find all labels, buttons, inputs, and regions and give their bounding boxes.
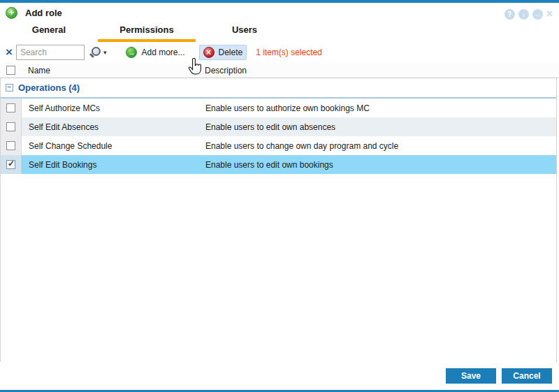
column-header-description[interactable]: Description — [205, 66, 559, 75]
delete-label: Delete — [219, 48, 243, 57]
table-row[interactable]: Self Authorize MCs Enable users to autho… — [1, 99, 556, 117]
add-more-label: Add more... — [141, 48, 184, 57]
tab-general[interactable]: General — [0, 22, 98, 42]
group-label: Operations (4) — [18, 82, 80, 93]
help-icon[interactable]: ? — [504, 9, 515, 20]
add-role-icon: + — [6, 7, 17, 19]
permission-description: Enable users to edit own bookings — [205, 160, 556, 170]
permission-description: Enable users to change own day program a… — [205, 141, 556, 151]
permission-name: Self Change Schedule — [22, 141, 205, 151]
permission-name: Self Edit Bookings — [22, 160, 205, 170]
permissions-table: − Operations (4) Self Authorize MCs Enab… — [0, 78, 557, 362]
group-collapse-icon: − — [6, 84, 13, 92]
tab-users[interactable]: Users — [196, 22, 293, 42]
search-options-caret-icon[interactable]: ▾ — [103, 49, 107, 56]
close-icon[interactable]: × — [546, 8, 553, 20]
toolbar: × ▾ → Add more... × Delete 1 item(s) sel… — [0, 42, 559, 63]
tab-bar: General Permissions Users — [0, 22, 559, 42]
row-checkbox[interactable] — [6, 103, 15, 112]
restore-icon[interactable]: ↔ — [532, 9, 543, 20]
table-row[interactable]: ✓ Self Edit Bookings Enable users to edi… — [1, 155, 556, 174]
window-controls: ? ↓ ↔ × — [504, 8, 553, 20]
group-header-operations[interactable]: − Operations (4) — [1, 78, 556, 97]
row-checkbox[interactable] — [6, 141, 15, 150]
table-row[interactable]: Self Change Schedule Enable users to cha… — [1, 136, 556, 155]
add-more-button[interactable]: → Add more... — [122, 45, 189, 60]
search-input[interactable] — [16, 45, 85, 60]
collapse-icon[interactable]: ↓ — [518, 9, 529, 20]
titlebar: + Add role ? ↓ ↔ × — [0, 3, 559, 22]
delete-button[interactable]: × Delete — [199, 45, 247, 60]
selection-status: 1 item(s) selected — [256, 48, 322, 57]
delete-icon: × — [203, 47, 215, 58]
column-header-name[interactable]: Name — [21, 66, 205, 75]
table-header: Name Description — [0, 63, 559, 78]
clear-search-icon[interactable]: × — [6, 47, 13, 58]
permission-name: Self Edit Absences — [22, 122, 205, 132]
add-role-dialog: + Add role ? ↓ ↔ × General Permissions U… — [0, 0, 559, 392]
permission-description: Enable users to authorize own bookings M… — [205, 103, 556, 113]
tab-permissions[interactable]: Permissions — [98, 22, 196, 42]
permission-description: Enable users to edit own absences — [205, 122, 556, 132]
cancel-button[interactable]: Cancel — [502, 368, 552, 384]
permission-name: Self Authorize MCs — [22, 103, 205, 113]
table-row[interactable]: Self Edit Absences Enable users to edit … — [1, 117, 556, 136]
window-title: Add role — [25, 8, 62, 18]
save-button[interactable]: Save — [446, 368, 496, 384]
row-checkbox[interactable] — [6, 122, 15, 131]
check-icon: ✓ — [8, 159, 15, 168]
footer: Save Cancel — [0, 362, 559, 390]
search-icon[interactable] — [89, 47, 101, 59]
select-all-checkbox[interactable] — [6, 66, 15, 75]
row-checkbox-checked[interactable]: ✓ — [6, 160, 15, 169]
add-more-icon: → — [126, 47, 137, 58]
